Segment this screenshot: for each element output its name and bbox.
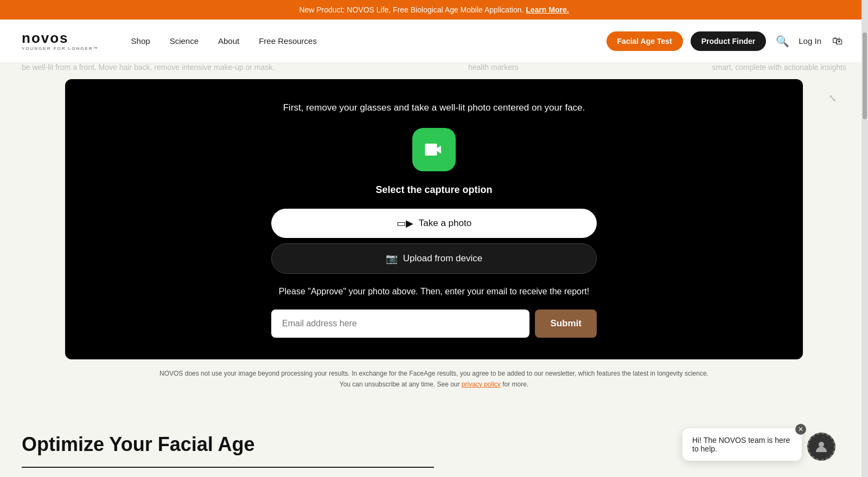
announcement-bar: New Product: NOVOS Life, Free Biological… (0, 0, 868, 20)
upload-from-device-button[interactable]: 📷 Upload from device (271, 243, 597, 274)
nav-item-about[interactable]: About (218, 36, 239, 46)
svg-point-0 (819, 442, 824, 447)
header: novos YOUNGER FOR LONGER™ Shop Science A… (0, 20, 868, 63)
take-photo-button[interactable]: ▭▶ Take a photo (271, 209, 597, 238)
chat-avatar[interactable] (807, 433, 835, 461)
select-label: Select the capture option (375, 184, 492, 196)
login-link[interactable]: Log In (799, 36, 821, 46)
disclaimer: NOVOS does not use your image beyond pro… (65, 368, 803, 390)
capture-options: ▭▶ Take a photo 📷 Upload from device (271, 209, 597, 274)
divider (22, 467, 434, 468)
card-instruction: First, remove your glasses and take a we… (283, 101, 585, 115)
nav-item-shop[interactable]: Shop (131, 36, 150, 46)
nav-item-science[interactable]: Science (170, 36, 199, 46)
main-content: First, remove your glasses and take a we… (0, 63, 868, 411)
facial-age-test-button[interactable]: Facial Age Test (607, 31, 683, 51)
announcement-link[interactable]: Learn More. (526, 5, 569, 14)
camera-outline-icon: ▭▶ (397, 217, 413, 229)
disclaimer-text1: NOVOS does not use your image beyond pro… (159, 370, 709, 377)
disclaimer-text2: You can unsubscribe at any time. See our (340, 381, 460, 388)
chat-avatar-icon (814, 439, 829, 454)
disclaimer-text3: for more. (502, 381, 528, 388)
email-row: Submit (271, 310, 597, 338)
capture-card: First, remove your glasses and take a we… (65, 79, 803, 359)
email-input[interactable] (271, 310, 529, 338)
logo[interactable]: novos YOUNGER FOR LONGER™ (22, 31, 99, 51)
email-instruction: Please "Approve" your photo above. Then,… (279, 287, 589, 296)
search-button[interactable]: 🔍 (774, 33, 791, 50)
announcement-text: New Product: NOVOS Life, Free Biological… (299, 5, 524, 14)
logo-tagline: YOUNGER FOR LONGER™ (22, 46, 99, 51)
nav-actions: Facial Age Test Product Finder 🔍 Log In … (607, 31, 846, 51)
nav-item-free-resources[interactable]: Free Resources (259, 36, 317, 46)
nav: Shop Science About Free Resources (131, 36, 607, 46)
camera-video-icon (422, 138, 446, 162)
chat-close-button[interactable]: ✕ (795, 424, 806, 435)
logo-text: novos (22, 31, 99, 45)
chat-message: Hi! The NOVOS team is here to help. (692, 436, 790, 453)
upload-icon: 📷 (386, 253, 398, 265)
close-icon: ✕ (798, 426, 803, 433)
chat-bubble: ✕ Hi! The NOVOS team is here to help. (682, 428, 802, 461)
cart-button[interactable]: 🛍 (829, 33, 846, 50)
camera-icon-container (412, 128, 456, 171)
privacy-policy-link[interactable]: privacy policy (462, 381, 501, 388)
search-icon: 🔍 (776, 35, 789, 48)
cart-icon: 🛍 (832, 35, 843, 47)
chat-widget: ✕ Hi! The NOVOS team is here to help. (682, 428, 835, 461)
submit-button[interactable]: Submit (535, 310, 597, 338)
product-finder-button[interactable]: Product Finder (691, 31, 767, 51)
collapse-icon[interactable]: ⤡ (828, 92, 837, 104)
